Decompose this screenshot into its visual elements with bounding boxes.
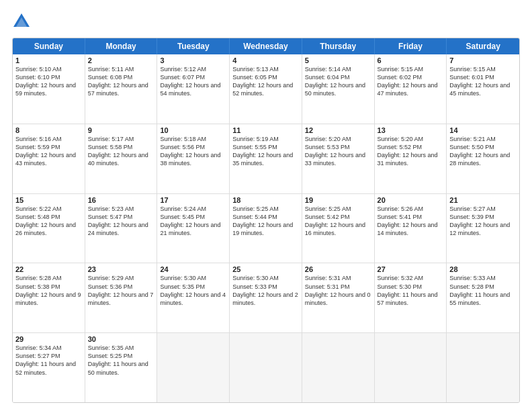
day-info: Sunrise: 5:23 AMSunset: 5:47 PMDaylight:… xyxy=(88,205,154,238)
calendar-cell: 29Sunrise: 5:34 AMSunset: 5:27 PMDayligh… xyxy=(13,333,85,402)
day-number: 6 xyxy=(378,56,444,64)
logo xyxy=(12,12,34,31)
day-info: Sunrise: 5:11 AMSunset: 6:08 PMDaylight:… xyxy=(88,65,154,98)
calendar-cell: 4Sunrise: 5:13 AMSunset: 6:05 PMDaylight… xyxy=(230,54,302,124)
header-day-thursday: Thursday xyxy=(302,38,375,54)
calendar-cell: 9Sunrise: 5:17 AMSunset: 5:58 PMDaylight… xyxy=(85,124,158,193)
day-info: Sunrise: 5:25 AMSunset: 5:42 PMDaylight:… xyxy=(305,205,371,238)
day-info: Sunrise: 5:30 AMSunset: 5:33 PMDaylight:… xyxy=(232,274,299,307)
day-number: 30 xyxy=(88,335,154,343)
day-number: 18 xyxy=(232,196,299,204)
calendar-row-1: 8Sunrise: 5:16 AMSunset: 5:59 PMDaylight… xyxy=(13,124,519,194)
day-number: 17 xyxy=(160,196,226,204)
calendar-cell: 5Sunrise: 5:14 AMSunset: 6:04 PMDaylight… xyxy=(302,54,375,124)
day-info: Sunrise: 5:26 AMSunset: 5:41 PMDaylight:… xyxy=(378,205,444,238)
calendar-cell: 2Sunrise: 5:11 AMSunset: 6:08 PMDaylight… xyxy=(85,54,158,124)
header-day-saturday: Saturday xyxy=(447,38,519,54)
day-info: Sunrise: 5:20 AMSunset: 5:52 PMDaylight:… xyxy=(378,135,444,168)
calendar-cell: 18Sunrise: 5:25 AMSunset: 5:44 PMDayligh… xyxy=(230,194,302,263)
day-number: 1 xyxy=(15,56,82,64)
calendar-cell: 16Sunrise: 5:23 AMSunset: 5:47 PMDayligh… xyxy=(85,194,158,263)
day-info: Sunrise: 5:12 AMSunset: 6:07 PMDaylight:… xyxy=(160,65,226,98)
calendar-cell: 26Sunrise: 5:31 AMSunset: 5:31 PMDayligh… xyxy=(302,263,375,332)
day-number: 29 xyxy=(15,335,82,343)
day-info: Sunrise: 5:27 AMSunset: 5:39 PMDaylight:… xyxy=(449,205,517,238)
day-number: 26 xyxy=(305,265,371,273)
calendar-cell xyxy=(157,333,230,402)
calendar-cell: 15Sunrise: 5:22 AMSunset: 5:48 PMDayligh… xyxy=(13,194,85,263)
day-number: 10 xyxy=(160,126,226,134)
day-info: Sunrise: 5:21 AMSunset: 5:50 PMDaylight:… xyxy=(449,135,517,168)
header-day-wednesday: Wednesday xyxy=(230,38,302,54)
calendar-cell: 19Sunrise: 5:25 AMSunset: 5:42 PMDayligh… xyxy=(302,194,375,263)
day-info: Sunrise: 5:29 AMSunset: 5:36 PMDaylight:… xyxy=(88,274,154,307)
day-number: 2 xyxy=(88,56,154,64)
calendar-header: SundayMondayTuesdayWednesdayThursdayFrid… xyxy=(13,38,519,54)
calendar-cell: 6Sunrise: 5:15 AMSunset: 6:02 PMDaylight… xyxy=(375,54,447,124)
day-number: 9 xyxy=(88,126,154,134)
day-number: 28 xyxy=(449,265,517,273)
calendar-cell: 13Sunrise: 5:20 AMSunset: 5:52 PMDayligh… xyxy=(375,124,447,193)
calendar-cell: 1Sunrise: 5:10 AMSunset: 6:10 PMDaylight… xyxy=(13,54,85,124)
day-number: 8 xyxy=(15,126,82,134)
calendar-cell: 25Sunrise: 5:30 AMSunset: 5:33 PMDayligh… xyxy=(230,263,302,332)
calendar-cell: 21Sunrise: 5:27 AMSunset: 5:39 PMDayligh… xyxy=(447,194,519,263)
day-number: 12 xyxy=(305,126,371,134)
day-number: 11 xyxy=(232,126,299,134)
day-number: 4 xyxy=(232,56,299,64)
calendar-cell xyxy=(302,333,375,402)
day-number: 22 xyxy=(15,265,82,273)
day-info: Sunrise: 5:18 AMSunset: 5:56 PMDaylight:… xyxy=(160,135,226,168)
day-number: 5 xyxy=(305,56,371,64)
day-info: Sunrise: 5:16 AMSunset: 5:59 PMDaylight:… xyxy=(15,135,82,168)
day-info: Sunrise: 5:15 AMSunset: 6:01 PMDaylight:… xyxy=(449,65,517,98)
day-info: Sunrise: 5:33 AMSunset: 5:28 PMDaylight:… xyxy=(449,274,517,307)
day-number: 7 xyxy=(449,56,517,64)
day-number: 20 xyxy=(378,196,444,204)
day-info: Sunrise: 5:32 AMSunset: 5:30 PMDaylight:… xyxy=(378,274,444,307)
header-day-monday: Monday xyxy=(85,38,158,54)
day-number: 14 xyxy=(449,126,517,134)
calendar-cell: 12Sunrise: 5:20 AMSunset: 5:53 PMDayligh… xyxy=(302,124,375,193)
day-info: Sunrise: 5:35 AMSunset: 5:25 PMDaylight:… xyxy=(88,344,154,377)
calendar-cell: 27Sunrise: 5:32 AMSunset: 5:30 PMDayligh… xyxy=(375,263,447,332)
calendar-cell: 22Sunrise: 5:28 AMSunset: 5:38 PMDayligh… xyxy=(13,263,85,332)
header xyxy=(12,12,520,31)
day-info: Sunrise: 5:24 AMSunset: 5:45 PMDaylight:… xyxy=(160,205,226,238)
day-info: Sunrise: 5:31 AMSunset: 5:31 PMDaylight:… xyxy=(305,274,371,307)
day-info: Sunrise: 5:17 AMSunset: 5:58 PMDaylight:… xyxy=(88,135,154,168)
day-number: 24 xyxy=(160,265,226,273)
header-day-tuesday: Tuesday xyxy=(157,38,230,54)
calendar-row-3: 22Sunrise: 5:28 AMSunset: 5:38 PMDayligh… xyxy=(13,263,519,333)
calendar-cell: 30Sunrise: 5:35 AMSunset: 5:25 PMDayligh… xyxy=(85,333,158,402)
day-number: 3 xyxy=(160,56,226,64)
calendar-row-4: 29Sunrise: 5:34 AMSunset: 5:27 PMDayligh… xyxy=(13,333,519,402)
day-number: 13 xyxy=(378,126,444,134)
header-day-sunday: Sunday xyxy=(13,38,85,54)
calendar-cell: 10Sunrise: 5:18 AMSunset: 5:56 PMDayligh… xyxy=(157,124,230,193)
day-number: 16 xyxy=(88,196,154,204)
calendar-row-2: 15Sunrise: 5:22 AMSunset: 5:48 PMDayligh… xyxy=(13,194,519,264)
day-number: 27 xyxy=(378,265,444,273)
day-info: Sunrise: 5:22 AMSunset: 5:48 PMDaylight:… xyxy=(15,205,82,238)
calendar-cell: 7Sunrise: 5:15 AMSunset: 6:01 PMDaylight… xyxy=(447,54,519,124)
logo-icon xyxy=(12,12,31,31)
day-info: Sunrise: 5:19 AMSunset: 5:55 PMDaylight:… xyxy=(232,135,299,168)
calendar-cell: 23Sunrise: 5:29 AMSunset: 5:36 PMDayligh… xyxy=(85,263,158,332)
calendar-cell xyxy=(447,333,519,402)
calendar-cell: 3Sunrise: 5:12 AMSunset: 6:07 PMDaylight… xyxy=(157,54,230,124)
day-number: 23 xyxy=(88,265,154,273)
page: SundayMondayTuesdayWednesdayThursdayFrid… xyxy=(0,0,532,411)
day-number: 21 xyxy=(449,196,517,204)
calendar-cell: 20Sunrise: 5:26 AMSunset: 5:41 PMDayligh… xyxy=(375,194,447,263)
header-day-friday: Friday xyxy=(375,38,447,54)
calendar-body: 1Sunrise: 5:10 AMSunset: 6:10 PMDaylight… xyxy=(13,54,519,402)
day-info: Sunrise: 5:30 AMSunset: 5:35 PMDaylight:… xyxy=(160,274,226,307)
calendar-cell xyxy=(375,333,447,402)
calendar-row-0: 1Sunrise: 5:10 AMSunset: 6:10 PMDaylight… xyxy=(13,54,519,124)
calendar-cell: 28Sunrise: 5:33 AMSunset: 5:28 PMDayligh… xyxy=(447,263,519,332)
calendar-cell: 11Sunrise: 5:19 AMSunset: 5:55 PMDayligh… xyxy=(230,124,302,193)
day-number: 19 xyxy=(305,196,371,204)
day-number: 25 xyxy=(232,265,299,273)
calendar-cell: 24Sunrise: 5:30 AMSunset: 5:35 PMDayligh… xyxy=(157,263,230,332)
